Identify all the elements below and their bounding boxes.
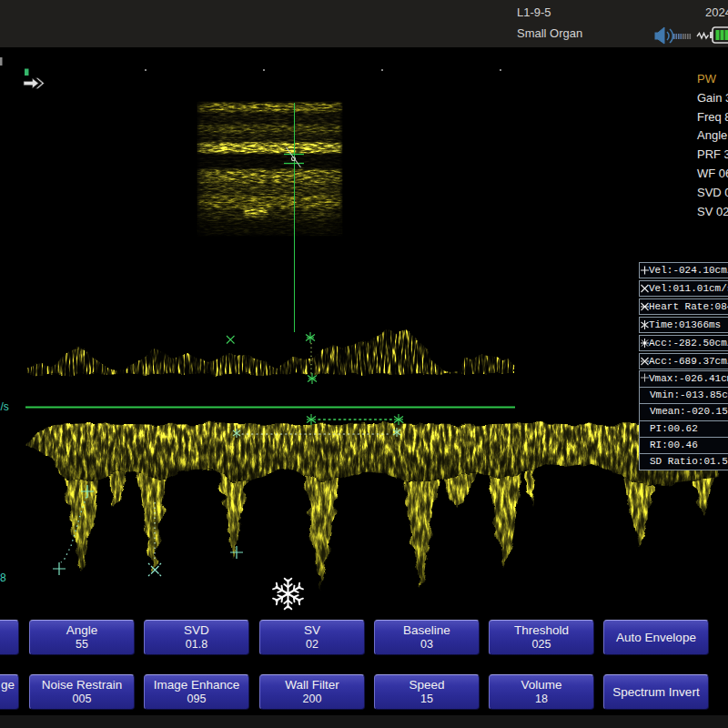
svg-text:/s: /s [1, 400, 9, 413]
svg-text:8: 8 [0, 571, 6, 584]
